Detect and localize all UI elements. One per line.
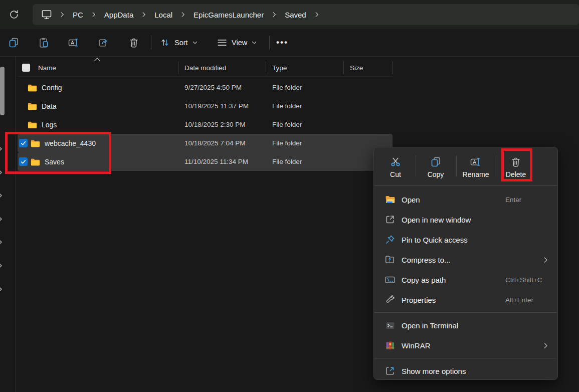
nav-scrollbar-thumb[interactable] [0,67,5,115]
compress-zip-icon [384,254,396,265]
tree-expand-chevron-icon[interactable] [0,215,4,223]
context-delete-button[interactable]: Delete [496,151,536,183]
sort-button[interactable]: Sort [154,34,203,52]
column-divider[interactable] [266,61,266,74]
file-name: webcache_4430 [45,139,96,147]
refresh-button[interactable] [6,7,22,23]
column-header-type[interactable]: Type [266,64,343,72]
file-row-webcache-4430[interactable]: webcache_4430 10/18/2025 7:04 PM File fo… [18,134,393,152]
context-menu: Cut Copy [373,147,558,380]
copy-button[interactable] [2,34,25,52]
winrar-icon [384,340,396,351]
open-folder-icon [384,194,396,205]
menu-item-open[interactable]: Open Enter [376,189,555,210]
breadcrumb-item-local[interactable]: Local [153,9,173,21]
paste-button[interactable] [32,34,55,52]
breadcrumb-chevron-icon [141,12,147,18]
terminal-icon [384,320,396,331]
name-cell: Data [18,102,178,110]
date-modified-cell: 10/19/2025 11:37 PM [178,102,266,110]
toolbar-divider [269,36,270,50]
menu-item-shortcut: Ctrl+Shift+C [505,276,542,284]
copy-as-path-icon [384,274,396,285]
file-row-saves[interactable]: Saves 11/10/2025 11:34 PM File folder [18,152,393,171]
tree-expand-chevron-icon[interactable] [0,285,4,293]
column-header-name[interactable]: Name [18,64,178,72]
menu-item-pin-to-quick-access[interactable]: Pin to Quick access [376,230,555,250]
row-checkbox-checked[interactable] [19,157,28,166]
context-cut-button[interactable]: Cut [375,151,416,183]
tree-expand-chevron-icon[interactable] [0,145,4,153]
row-checkbox-checked[interactable] [19,139,28,147]
menu-item-winrar[interactable]: WinRAR [376,335,555,355]
folder-icon [31,158,40,166]
view-icon [217,37,228,48]
tree-expand-chevron-icon[interactable] [0,191,4,200]
column-divider[interactable] [178,61,178,74]
sort-icon [159,37,170,48]
date-modified-cell: 11/10/2025 11:34 PM [178,158,266,165]
name-cell: Logs [18,121,178,129]
menu-item-label: Show more options [402,367,466,375]
folder-icon [31,139,40,147]
tree-expand-chevron-icon[interactable] [0,262,4,270]
breadcrumb-item-appdata[interactable]: AppData [103,9,134,21]
menu-divider [374,185,557,186]
view-button[interactable]: View [212,34,262,52]
context-copy-button[interactable]: Copy [416,151,456,183]
name-cell: Saves [18,157,178,166]
submenu-chevron-icon [542,342,549,349]
breadcrumb-item-epicgameslauncher[interactable]: EpicGamesLauncher [192,9,265,21]
tree-expand-chevron-icon[interactable] [0,238,4,246]
chevron-down-icon [192,40,198,46]
delete-button[interactable] [122,34,145,52]
file-name: Saves [45,158,64,166]
menu-item-label: Properties [402,296,436,304]
menu-item-label: Open in new window [402,216,471,224]
file-name: Logs [42,121,57,129]
menu-item-label: Open [402,195,420,204]
context-rename-button[interactable]: Rename [456,151,496,183]
this-pc-icon[interactable] [41,9,53,21]
date-modified-cell: 10/18/2025 2:30 PM [178,121,266,128]
more-options-button[interactable]: ••• [272,34,292,52]
file-row-logs[interactable]: Logs 10/18/2025 2:30 PM File folder [18,115,393,134]
menu-item-label: Open in Terminal [402,321,458,330]
file-row-data[interactable]: Data 10/19/2025 11:37 PM File folder [18,97,393,115]
nav-pane-divider [15,57,16,392]
tree-expand-chevron-icon[interactable] [0,168,4,176]
menu-item-shortcut: Enter [505,196,521,204]
breadcrumb-item-pc[interactable]: PC [72,9,84,21]
trash-icon [128,37,140,49]
rename-button[interactable] [62,34,85,52]
refresh-icon [9,9,20,20]
copy-label: Copy [428,170,444,178]
column-divider[interactable] [393,61,393,74]
folder-icon [28,102,37,110]
select-all-checkbox[interactable] [22,64,30,72]
menu-item-compress-to[interactable]: Compress to... [376,250,555,270]
type-cell: File folder [266,121,343,128]
copy-icon [430,156,442,168]
breadcrumb[interactable]: PC AppData Local EpicGamesLauncher Saved [33,4,579,25]
name-cell: Config [18,84,178,92]
menu-item-label: Pin to Quick access [402,236,468,244]
command-toolbar: Sort View ••• [0,29,579,57]
column-header-size[interactable]: Size [343,64,393,72]
column-header-date-modified[interactable]: Date modified [178,64,266,72]
chevron-down-icon [251,40,257,46]
menu-item-label: WinRAR [402,341,431,350]
file-explorer-window: PC AppData Local EpicGamesLauncher Saved [0,0,579,392]
menu-item-open-in-terminal[interactable]: Open in Terminal [376,315,555,335]
column-divider[interactable] [343,61,344,74]
breadcrumb-item-saved[interactable]: Saved [284,9,307,21]
breadcrumb-chevron-icon [180,12,186,18]
menu-item-open-in-new-window[interactable]: Open in new window [376,210,555,230]
menu-item-copy-as-path[interactable]: Copy as path Ctrl+Shift+C [376,270,555,290]
share-button[interactable] [92,34,115,52]
name-cell: webcache_4430 [18,139,178,147]
menu-item-properties[interactable]: Properties Alt+Enter [376,290,555,310]
menu-item-show-more-options[interactable]: Show more options [376,361,555,381]
rename-icon [68,37,80,49]
file-row-config[interactable]: Config 9/27/2025 4:50 PM File folder [18,78,393,97]
